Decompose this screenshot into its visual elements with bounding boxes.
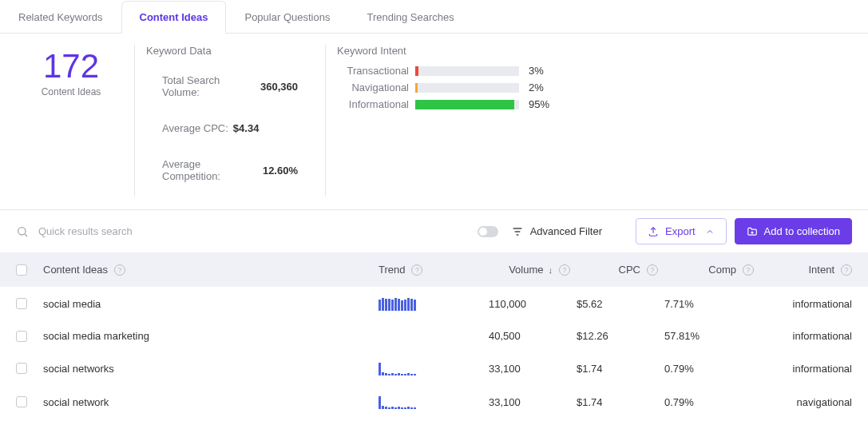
help-icon[interactable]: ? <box>114 264 125 276</box>
cell-idea: social media <box>43 298 379 310</box>
row-checkbox[interactable] <box>16 363 27 374</box>
cell-idea: social network <box>43 396 379 408</box>
col-trend-label: Trend <box>379 264 405 276</box>
svg-point-0 <box>18 227 26 234</box>
avg-cpc-row: Average CPC:$4.34 <box>146 113 314 144</box>
row-checkbox[interactable] <box>16 396 27 407</box>
cell-volume: 33,100 <box>482 396 570 408</box>
table-header: Content Ideas ? Trend ? Volume ↓ ? CPC ?… <box>0 252 868 287</box>
count-number: 172 <box>19 50 123 83</box>
col-comp-label[interactable]: Comp <box>708 264 736 276</box>
help-icon[interactable]: ? <box>559 264 570 276</box>
add-label: Add to collection <box>764 225 840 237</box>
svg-line-1 <box>25 234 27 236</box>
advanced-filter-button[interactable]: Advanced Filter <box>511 225 602 238</box>
intent-row-informational: Informational95% <box>337 98 849 110</box>
divider <box>134 45 135 197</box>
avg-competition-row: Average Competition:12.60% <box>146 149 314 192</box>
col-cpc-label[interactable]: CPC <box>619 264 640 276</box>
trend-sparkline <box>379 361 416 375</box>
intent-row-navigational: Navigational2% <box>337 81 849 93</box>
help-icon[interactable]: ? <box>647 264 658 276</box>
count-label: Content Ideas <box>19 86 123 97</box>
cell-intent: informational <box>754 298 852 310</box>
intent-bar <box>415 100 519 109</box>
filter-icon <box>511 225 524 238</box>
divider <box>325 45 326 197</box>
cell-comp: 7.71% <box>658 298 754 310</box>
cell-intent: informational <box>754 363 852 375</box>
col-volume-label[interactable]: Volume <box>509 264 543 276</box>
select-all-checkbox[interactable] <box>16 264 27 276</box>
cell-idea: social media marketing <box>43 330 379 342</box>
intent-label: Transactional <box>337 65 409 77</box>
export-label: Export <box>665 225 696 237</box>
col-intent-label[interactable]: Intent <box>808 264 834 276</box>
help-icon[interactable]: ? <box>411 264 422 276</box>
trend-sparkline <box>379 296 416 311</box>
search-icon <box>16 225 29 238</box>
table-row: social network33,100$1.740.79%navigation… <box>0 385 868 419</box>
row-checkbox[interactable] <box>16 298 27 309</box>
tabs: Related KeywordsContent IdeasPopular Que… <box>0 0 868 34</box>
advanced-filter-label: Advanced Filter <box>530 225 602 237</box>
cell-comp: 0.79% <box>658 396 754 408</box>
cell-intent: navigational <box>754 396 852 408</box>
tab-content-ideas[interactable]: Content Ideas <box>121 1 227 34</box>
export-button[interactable]: Export <box>636 218 727 244</box>
search-input[interactable] <box>38 225 278 237</box>
help-icon[interactable]: ? <box>841 264 852 276</box>
chevron-up-icon <box>705 227 715 236</box>
intent-bar <box>415 83 519 93</box>
tab-trending-searches[interactable]: Trending Searches <box>348 1 472 34</box>
toolbar: Advanced Filter Export Add to collection <box>0 209 868 252</box>
summary-panel: 172 Content Ideas Keyword Data Total Sea… <box>0 34 868 209</box>
cell-volume: 40,500 <box>482 330 570 342</box>
intent-pct: 3% <box>529 65 544 77</box>
intent-row-transactional: Transactional3% <box>337 65 849 77</box>
cell-cpc: $1.74 <box>570 363 658 375</box>
trend-sparkline <box>379 395 416 409</box>
cell-idea: social networks <box>43 363 379 375</box>
tab-popular-questions[interactable]: Popular Questions <box>226 1 348 34</box>
intent-pct: 95% <box>529 98 549 110</box>
cell-cpc: $12.26 <box>570 330 658 342</box>
cell-volume: 110,000 <box>482 298 570 310</box>
table-row: social networks33,100$1.740.79%informati… <box>0 352 868 385</box>
intent-bar <box>415 66 519 76</box>
cell-cpc: $5.62 <box>570 298 658 310</box>
cell-volume: 33,100 <box>482 363 570 375</box>
help-icon[interactable]: ? <box>743 264 754 276</box>
total-search-volume-row: Total Search Volume:360,360 <box>146 65 314 108</box>
table-row: social media110,000$5.627.71%information… <box>0 287 868 320</box>
folder-add-icon <box>747 226 758 237</box>
col-content-ideas-label: Content Ideas <box>43 264 108 276</box>
cell-comp: 0.79% <box>658 363 754 375</box>
table-row: social media platforms14,800$4.8415.74%i… <box>0 419 868 425</box>
export-icon <box>648 226 659 237</box>
sort-desc-icon: ↓ <box>549 265 553 275</box>
tab-related-keywords[interactable]: Related Keywords <box>0 1 121 34</box>
intent-pct: 2% <box>529 81 544 93</box>
cell-intent: informational <box>754 330 852 342</box>
add-to-collection-button[interactable]: Add to collection <box>735 218 852 244</box>
intent-label: Informational <box>337 98 409 110</box>
toggle-switch[interactable] <box>478 226 498 237</box>
keyword-data-title: Keyword Data <box>146 45 314 57</box>
intent-label: Navigational <box>337 81 409 93</box>
table-row: social media marketing40,500$12.2657.81%… <box>0 320 868 352</box>
cell-cpc: $1.74 <box>570 396 658 408</box>
cell-comp: 57.81% <box>658 330 754 342</box>
row-checkbox[interactable] <box>16 331 27 342</box>
keyword-intent-title: Keyword Intent <box>337 45 849 57</box>
